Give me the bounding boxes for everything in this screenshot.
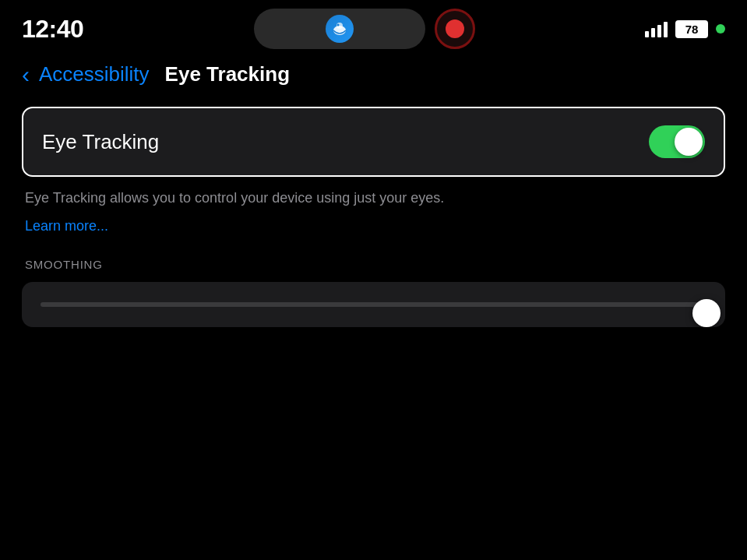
record-dot (446, 19, 464, 38)
smoothing-slider-container (22, 282, 725, 327)
status-time: 12:40 (22, 15, 83, 44)
slider-thumb[interactable] (692, 299, 721, 327)
eye-tracking-toggle-card: Eye Tracking (22, 107, 725, 177)
battery-indicator: 78 (675, 20, 708, 38)
smoothing-section-label: SMOOTHING (22, 258, 725, 271)
slider-track (41, 302, 706, 307)
back-label[interactable]: Accessibility (39, 62, 150, 86)
green-dot-indicator (716, 24, 725, 33)
battery-percent: 78 (675, 20, 708, 38)
description-text: Eye Tracking allows you to control your … (22, 188, 725, 209)
record-button[interactable] (435, 9, 475, 49)
smoothing-section: SMOOTHING (22, 258, 725, 327)
page-title: Eye Tracking (165, 62, 290, 86)
learn-more-link[interactable]: Learn more... (22, 218, 725, 234)
signal-bars-icon (645, 20, 668, 37)
app-pill[interactable] (254, 9, 425, 49)
toggle-label: Eye Tracking (42, 130, 159, 154)
status-center (254, 9, 475, 49)
status-bar: 12:40 78 (0, 0, 747, 55)
navigation-bar: ‹ Accessibility Eye Tracking (0, 55, 747, 99)
status-right: 78 (645, 20, 725, 38)
eye-tracking-toggle[interactable] (649, 125, 705, 158)
toggle-row: Eye Tracking (23, 108, 724, 175)
main-content: Eye Tracking Eye Tracking allows you to … (0, 99, 747, 335)
back-chevron-icon[interactable]: ‹ (22, 63, 30, 86)
svg-point-2 (337, 24, 339, 26)
toggle-thumb (675, 128, 703, 156)
app-icon (326, 15, 354, 43)
